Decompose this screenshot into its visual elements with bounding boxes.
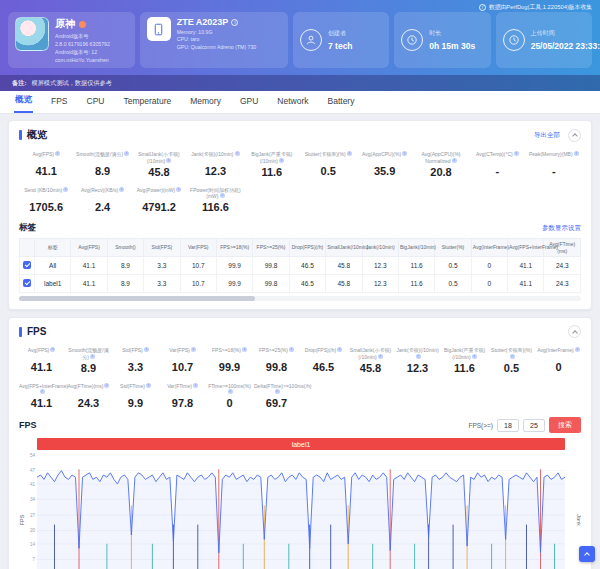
metric-cell: Send (KB/10min) 1705.6 bbox=[19, 187, 73, 214]
metric-info-icon[interactable] bbox=[289, 347, 294, 352]
metric-label-text: Avg(FPS) bbox=[28, 347, 50, 353]
tab-gpu[interactable]: GPU bbox=[239, 92, 259, 113]
metric-value: 3.3 bbox=[113, 361, 158, 373]
metric-info-icon[interactable] bbox=[347, 151, 352, 156]
metric-info-icon[interactable] bbox=[452, 158, 457, 163]
column-header: FPS>=18(%) bbox=[216, 239, 252, 257]
metric-value: 97.8 bbox=[160, 397, 205, 409]
metric-info-icon[interactable] bbox=[40, 389, 45, 394]
export-all-link[interactable]: 导出全部 bbox=[534, 131, 560, 140]
metric-info-icon[interactable] bbox=[50, 347, 55, 352]
metric-info-icon[interactable] bbox=[55, 151, 60, 156]
metric-value: 4791.2 bbox=[132, 201, 186, 213]
metric-info-icon[interactable] bbox=[119, 187, 124, 192]
metric-info-icon[interactable] bbox=[63, 187, 68, 192]
metric-info-icon[interactable] bbox=[472, 354, 477, 359]
metric-info-icon[interactable] bbox=[144, 347, 149, 352]
metric-info-icon[interactable] bbox=[275, 389, 280, 394]
remark-label: 备注: bbox=[12, 79, 26, 88]
metric-info-icon[interactable] bbox=[235, 151, 240, 156]
metric-label-text: Avg(CTemp)(°C) bbox=[476, 151, 513, 157]
device-info-icon[interactable] bbox=[231, 19, 238, 26]
metric-info-icon[interactable] bbox=[402, 151, 407, 156]
metric-info-icon[interactable] bbox=[337, 347, 342, 352]
column-header: Jank(/10min) bbox=[362, 239, 398, 257]
metric-cell: FPS>=18(%) 99.9 bbox=[207, 347, 252, 374]
metric-label: Avg(FPS) bbox=[19, 151, 73, 164]
tab-memory[interactable]: Memory bbox=[189, 92, 222, 113]
metric-info-icon[interactable] bbox=[228, 389, 233, 394]
metric-cell: FPS>=25(%) 99.8 bbox=[254, 347, 299, 374]
row-checkbox[interactable] bbox=[23, 261, 31, 269]
metric-info-icon[interactable] bbox=[416, 354, 421, 359]
source-note-text: 数据由PerfDog(工具,1.220504)版本收集 bbox=[489, 3, 592, 12]
table-cell: 45.8 bbox=[326, 257, 362, 275]
metric-label-text: Drop(FPS)(/h) bbox=[305, 347, 336, 353]
table-cell: 0.5 bbox=[435, 257, 471, 275]
metric-info-icon[interactable] bbox=[124, 151, 129, 156]
table-cell: 3.3 bbox=[144, 275, 180, 293]
tab-overview[interactable]: 概览 bbox=[14, 90, 33, 113]
metric-info-icon[interactable] bbox=[575, 347, 580, 352]
metric-value: 45.8 bbox=[348, 362, 393, 374]
metric-label: Var(FTime) bbox=[160, 383, 205, 396]
metric-info-icon[interactable] bbox=[176, 187, 181, 192]
svg-text:FPS: FPS bbox=[19, 514, 25, 525]
param-display-settings-link[interactable]: 参数显示设置 bbox=[542, 224, 581, 233]
metric-label: FPS>=18(%) bbox=[207, 347, 252, 360]
metric-info-icon[interactable] bbox=[279, 158, 284, 163]
metric-info-icon[interactable] bbox=[242, 347, 247, 352]
metric-info-icon[interactable] bbox=[166, 158, 171, 163]
table-cell: 41.1 bbox=[71, 257, 107, 275]
metric-value: 46.5 bbox=[301, 361, 346, 373]
tab-battery[interactable]: Battery bbox=[327, 92, 356, 113]
report-content: 概览 导出全部 Avg(FPS) 41.1 Smooth(流畅度/满分) 8.9 bbox=[0, 114, 600, 569]
table-cell: 12.3 bbox=[362, 275, 398, 293]
tab-temperature[interactable]: Temperature bbox=[122, 92, 172, 113]
metric-info-icon[interactable] bbox=[378, 354, 383, 359]
metric-info-icon[interactable] bbox=[574, 151, 579, 156]
table-cell: 41.1 bbox=[71, 275, 107, 293]
metric-cell: Avg(Recv)(KB/s) 2.4 bbox=[75, 187, 129, 214]
fps-threshold-label: FPS(>=) bbox=[468, 422, 493, 429]
metric-value: 8.9 bbox=[75, 165, 129, 177]
checkbox-cell bbox=[20, 275, 35, 293]
metric-value: 8.9 bbox=[66, 362, 111, 374]
search-button[interactable]: 搜索 bbox=[549, 417, 581, 433]
collapse-overview-button[interactable] bbox=[568, 129, 581, 142]
metric-label-text: Smooth(流畅度/满分) bbox=[76, 151, 123, 157]
metric-value: 45.8 bbox=[132, 166, 186, 178]
metric-cell: SmallJank(小卡顿)(/10min) 45.8 bbox=[132, 151, 186, 178]
scrollbar-thumb[interactable] bbox=[19, 296, 255, 301]
fps-chart[interactable]: 071420273441475400:0000:5701:5402:5103:4… bbox=[19, 451, 581, 569]
info-icon bbox=[479, 4, 486, 11]
data-source-note: 数据由PerfDog(工具,1.220504)版本收集 bbox=[479, 3, 592, 12]
tab-network[interactable]: Network bbox=[276, 92, 309, 113]
metric-info-icon[interactable] bbox=[191, 347, 196, 352]
metric-info-icon[interactable] bbox=[104, 383, 109, 388]
section-tabbar: 概览 FPS CPU Temperature Memory GPU Networ… bbox=[0, 91, 600, 114]
metric-info-icon[interactable] bbox=[90, 354, 95, 359]
metric-info-icon[interactable] bbox=[146, 383, 151, 388]
metric-info-icon[interactable] bbox=[220, 193, 225, 198]
header-row: 标签Avg(FPS)Smooth()Std(FPS)Var(FPS)FPS>=1… bbox=[20, 239, 581, 257]
metric-label-text: Smooth(流畅度/满分) bbox=[68, 347, 108, 360]
metric-cell: Var(FTime) 97.8 bbox=[160, 383, 205, 410]
metric-info-icon[interactable] bbox=[514, 151, 519, 156]
metric-label-text: FPS>=25(%) bbox=[259, 347, 288, 353]
metric-cell: Var(FPS) 10.7 bbox=[160, 347, 205, 374]
collapse-fps-button[interactable] bbox=[568, 325, 581, 338]
row-checkbox[interactable] bbox=[23, 279, 31, 287]
labels-table-head: 标签Avg(FPS)Smooth()Std(FPS)Var(FPS)FPS>=1… bbox=[20, 239, 581, 257]
metric-label-text: FPower(时间加权功耗)(mW) bbox=[190, 187, 241, 200]
tab-cpu[interactable]: CPU bbox=[86, 92, 106, 113]
table-cell: 99.8 bbox=[253, 275, 289, 293]
fps-threshold1-input[interactable] bbox=[497, 419, 519, 432]
fps-threshold2-input[interactable] bbox=[523, 419, 545, 432]
metric-info-icon[interactable] bbox=[510, 354, 515, 359]
tab-fps[interactable]: FPS bbox=[50, 92, 69, 113]
table-cell: 99.8 bbox=[253, 257, 289, 275]
back-to-top-button[interactable] bbox=[579, 546, 595, 562]
metric-info-icon[interactable] bbox=[193, 383, 198, 388]
metric-label-text: SmallJank(小卡顿)(/10min) bbox=[138, 151, 179, 164]
